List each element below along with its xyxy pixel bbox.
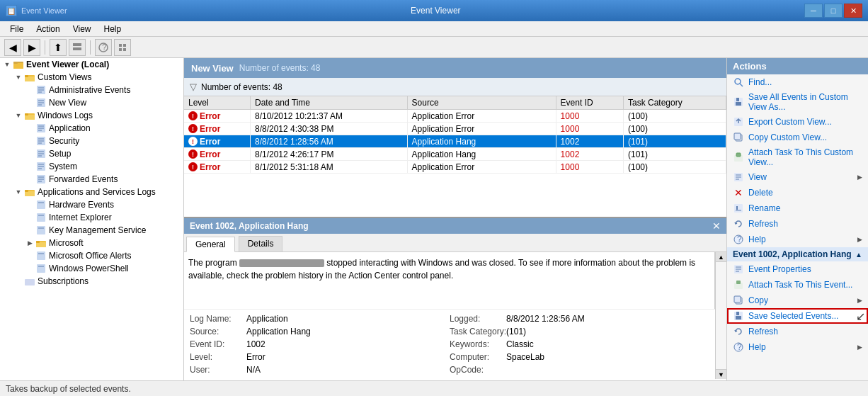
status-bar: Takes backup of selected events. [0, 380, 868, 396]
tree-admin-events[interactable]: Administrative Events [0, 84, 183, 96]
tab-general[interactable]: General [186, 237, 235, 252]
tree-custom-views[interactable]: ▼ Custom Views [0, 71, 183, 84]
log-icon [35, 123, 47, 134]
table-row[interactable]: ! Error 8/10/2012 10:21:37 AM Applicatio… [184, 110, 726, 123]
tree-key-mgmt[interactable]: Key Management Service [0, 224, 183, 237]
menu-help[interactable]: Help [98, 23, 127, 35]
table-row[interactable]: ! Error 8/8/2012 1:28:56 AM Application … [184, 135, 726, 148]
action-copy-view[interactable]: Copy Custom View... [727, 130, 868, 145]
menu-view[interactable]: View [67, 23, 97, 35]
maximize-button[interactable]: □ [824, 4, 843, 18]
tree-item-label: Subscriptions [38, 276, 88, 286]
action-refresh-global[interactable]: Refresh [727, 216, 868, 232]
svg-rect-92 [736, 312, 739, 315]
action-find[interactable]: Find... [727, 74, 868, 90]
svg-point-62 [735, 79, 741, 84]
expand-icon: ▼ [13, 188, 24, 196]
view-count: Number of events: 48 [239, 63, 321, 73]
action-label: Find... [748, 77, 772, 87]
close-button[interactable]: ✕ [844, 4, 862, 18]
action-label: Rename [748, 203, 780, 213]
field-user: User: N/A [190, 363, 450, 376]
cell-datetime: 8/8/2012 1:28:56 AM [250, 135, 407, 148]
log-icon [35, 84, 47, 96]
back-button[interactable]: ◀ [4, 39, 21, 56]
svg-rect-24 [25, 113, 28, 115]
field-level: Level: Error [190, 351, 450, 363]
action-copy[interactable]: Copy ▶ [727, 293, 868, 308]
tree-system[interactable]: System [0, 160, 183, 173]
action-help-global[interactable]: ? Help ▶ [727, 232, 868, 247]
event-id-label: Event ID: [190, 339, 246, 349]
keywords-value: Classic [506, 339, 534, 349]
submenu-arrow: ▶ [857, 297, 862, 304]
tree-microsoft[interactable]: ▶ Microsoft [0, 237, 183, 249]
expand-icon: ▶ [24, 239, 35, 247]
properties-button[interactable] [114, 39, 131, 56]
action-event-properties[interactable]: Event Properties [727, 261, 868, 277]
submenu-arrow: ▶ [857, 344, 862, 351]
tree-new-view[interactable]: New View [0, 96, 183, 109]
tree-forwarded-events[interactable]: Forwarded Events [0, 173, 183, 186]
title-bar: 📋 Event Viewer Event Viewer ─ □ ✕ [0, 0, 868, 21]
action-export[interactable]: Export Custom View... [727, 114, 868, 130]
tree-powershell[interactable]: Windows PowerShell [0, 262, 183, 275]
cell-task-cat: (101) [624, 148, 726, 161]
tree-subscriptions[interactable]: Subscriptions [0, 275, 183, 288]
menu-file[interactable]: File [4, 23, 29, 35]
detail-close-button[interactable]: ✕ [712, 220, 721, 232]
table-row[interactable]: ! Error 8/1/2012 5:31:18 AM Application … [184, 161, 726, 174]
action-view[interactable]: View ▶ [727, 169, 868, 185]
action-attach-task[interactable]: Attach Task To This Custom View... [727, 145, 868, 169]
table-header-row: Level Date and Time Source Event ID Task… [184, 96, 726, 110]
table-row[interactable]: ! Error 8/8/2012 4:30:38 PM Application … [184, 123, 726, 135]
computer-value: SpaceLab [506, 352, 544, 362]
field-task-cat: Task Category: (101) [450, 325, 709, 338]
view-button[interactable] [69, 39, 86, 56]
table-row[interactable]: ! Error 8/1/2012 4:26:17 PM Application … [184, 148, 726, 161]
detail-scrollbar[interactable]: ▲ ▼ [715, 252, 726, 379]
action-label: Help [748, 342, 766, 352]
action-save-all[interactable]: Save All Events in Custom View As... [727, 90, 868, 114]
tree-application[interactable]: Application [0, 122, 183, 135]
events-table-container[interactable]: Level Date and Time Source Event ID Task… [184, 96, 726, 217]
up-button[interactable]: ⬆ [50, 39, 67, 56]
user-value: N/A [246, 365, 261, 375]
action-delete[interactable]: ✕ Delete [727, 185, 868, 200]
log-icon [35, 199, 47, 210]
log-name-label: Log Name: [190, 314, 246, 324]
cell-event-id: 1002 [556, 135, 623, 148]
menu-action[interactable]: Action [30, 23, 65, 35]
tree-setup[interactable]: Setup [0, 147, 183, 160]
field-event-id: Event ID: 1002 [190, 338, 450, 351]
action-attach-event-task[interactable]: Attach Task To This Event... [727, 277, 868, 293]
rename-icon [733, 203, 744, 214]
svg-rect-7 [123, 48, 126, 51]
action-rename[interactable]: Rename [727, 200, 868, 216]
tree-hardware-events[interactable]: Hardware Events [0, 198, 183, 211]
tab-details[interactable]: Details [239, 236, 283, 251]
help-button[interactable]: ? [95, 39, 112, 56]
action-help-event[interactable]: ? Help ▶ [727, 339, 868, 355]
tree-root[interactable]: ▼ Event Viewer (Local) [0, 58, 183, 71]
tree-ms-office-alerts[interactable]: Microsoft Office Alerts [0, 249, 183, 262]
tree-internet-explorer[interactable]: Internet Explorer [0, 211, 183, 224]
tree-windows-logs[interactable]: ▼ Windows Logs [0, 109, 183, 122]
forward-button[interactable]: ▶ [23, 39, 40, 56]
tree-security[interactable]: Security [0, 135, 183, 147]
detail-description-area[interactable]: The program stopped interacting with Win… [184, 252, 715, 309]
event-section-header[interactable]: Event 1002, Application Hang ▲ [727, 247, 868, 261]
action-refresh-event[interactable]: Refresh [727, 324, 868, 339]
tree-app-services-logs[interactable]: ▼ Applications and Services Logs [0, 186, 183, 198]
log-icon [35, 225, 47, 236]
action-save-selected[interactable]: Save Selected Events... ↙ [727, 308, 868, 324]
left-panel: ▼ Event Viewer (Local) ▼ Custom Views Ad… [0, 58, 184, 380]
window-title: Event Viewer [411, 6, 460, 16]
tree-item-label: Administrative Events [49, 85, 130, 95]
svg-rect-5 [119, 48, 122, 51]
filter-bar: ▽ Number of events: 48 [184, 78, 726, 96]
svg-rect-12 [25, 77, 35, 81]
minimize-button[interactable]: ─ [804, 4, 823, 18]
attach-task-icon [733, 152, 744, 163]
toolbar-separator-1 [45, 40, 45, 55]
